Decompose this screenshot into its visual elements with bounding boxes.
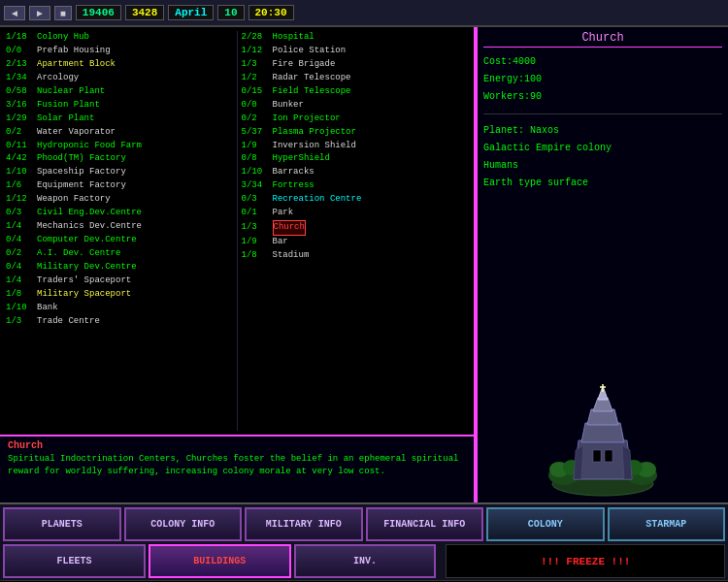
- detail-energy: Energy:100: [483, 71, 722, 88]
- list-item[interactable]: 1/29Solar Plant: [6, 113, 233, 126]
- detail-race: Humans: [483, 157, 722, 175]
- detail-surface: Earth type surface: [483, 175, 722, 192]
- detail-title: Church: [483, 31, 722, 48]
- list-item[interactable]: 0/8HyperShield: [242, 152, 469, 166]
- svg-rect-12: [593, 450, 601, 462]
- list-item[interactable]: 1/10Spaceship Factory: [6, 166, 233, 179]
- btn-buildings[interactable]: BUILDINGS: [149, 544, 291, 578]
- nav-bar: PLANETS COLONY INFO MILITARY INFO FINANC…: [0, 502, 728, 580]
- btn-next[interactable]: ►: [29, 6, 50, 20]
- list-item[interactable]: 1/9Inversion Shield: [242, 140, 469, 153]
- list-item[interactable]: 0/58Nuclear Plant: [6, 85, 233, 99]
- btn-prev[interactable]: ◄: [4, 6, 25, 20]
- list-item[interactable]: 1/18Colony Hub: [6, 31, 233, 45]
- desc-title: Church: [8, 440, 466, 451]
- church-image: [483, 363, 722, 499]
- stat-time: 20:30: [248, 5, 294, 20]
- detail-panel: Church Cost:4000 Energy:100 Workers:90 P…: [478, 27, 728, 502]
- detail-planet: Planet: Naxos: [483, 122, 722, 140]
- list-item[interactable]: 2/13Apartment Block: [6, 58, 233, 72]
- list-item[interactable]: 1/3Fire Brigade: [242, 58, 469, 72]
- detail-workers: Workers:90: [483, 88, 722, 106]
- detail-cost: Cost:4000: [483, 53, 722, 71]
- list-item[interactable]: 0/3Recreation Centre: [242, 193, 469, 207]
- nav-row-2: FLEETS BUILDINGS INV. !!! FREEZE !!!: [0, 541, 728, 578]
- list-item[interactable]: 0/4Computer Dev.Centre: [6, 234, 233, 247]
- list-item[interactable]: 0/2A.I. Dev. Centre: [6, 247, 233, 261]
- btn-financial-info[interactable]: FINANCIAL INFO: [366, 507, 484, 541]
- list-item[interactable]: 1/3Trade Centre: [6, 315, 233, 329]
- list-item[interactable]: 1/34Arcology: [6, 72, 233, 85]
- list-item[interactable]: 0/0Prefab Housing: [6, 45, 233, 58]
- stat-month: April: [168, 5, 214, 20]
- list-item[interactable]: 1/3Church: [242, 220, 469, 236]
- stat-day: 10: [217, 5, 244, 20]
- desc-text: Spiritual Indoctrination Centers, Church…: [8, 453, 466, 477]
- stat-credits: 19406: [76, 5, 121, 20]
- stat-population: 3428: [125, 5, 164, 20]
- list-item[interactable]: 2/28Hospital: [242, 31, 469, 45]
- list-item[interactable]: 0/0Bunker: [242, 99, 469, 113]
- btn-colony-info[interactable]: COLONY INFO: [124, 507, 243, 541]
- description-area: Church Spiritual Indoctrination Centers,…: [0, 435, 476, 502]
- nav-row-1: PLANETS COLONY INFO MILITARY INFO FINANC…: [0, 504, 728, 541]
- list-item[interactable]: 0/11Hydroponic Food Farm: [6, 140, 233, 153]
- list-item[interactable]: 4/42Phood(TM) Factory: [6, 152, 233, 166]
- btn-military-info[interactable]: MILITARY INFO: [245, 507, 363, 541]
- list-item[interactable]: 1/10Bank: [6, 302, 233, 315]
- list-item[interactable]: 0/15Field Telescope: [242, 85, 469, 99]
- btn-planets[interactable]: PLANETS: [3, 507, 121, 541]
- top-bar: ◄ ► ■ 19406 3428 April 10 20:30: [0, 0, 728, 27]
- list-item[interactable]: 1/12Police Station: [242, 45, 469, 58]
- list-item[interactable]: 0/1Park: [242, 207, 469, 220]
- freeze-text: !!! FREEZE !!!: [541, 552, 630, 571]
- list-item[interactable]: 1/4Traders' Spaceport: [6, 275, 233, 288]
- list-item[interactable]: 0/2Water Vaporator: [6, 126, 233, 140]
- list-item[interactable]: 3/16Fusion Plant: [6, 99, 233, 113]
- svg-marker-16: [574, 445, 583, 479]
- detail-colony-type: Galactic Empire colony: [483, 140, 722, 157]
- buildings-col2: 2/28Hospital1/12Police Station1/3Fire Br…: [238, 31, 473, 431]
- buildings-col1: 1/18Colony Hub0/0Prefab Housing2/13Apart…: [2, 31, 237, 431]
- btn-starmap[interactable]: STARMAP: [608, 507, 726, 541]
- list-item[interactable]: 0/4Military Dev.Centre: [6, 261, 233, 275]
- btn-fleets[interactable]: FLEETS: [3, 544, 146, 578]
- list-item[interactable]: 0/3Civil Eng.Dev.Centre: [6, 207, 233, 220]
- list-item[interactable]: 1/10Barracks: [242, 166, 469, 179]
- svg-rect-13: [605, 450, 612, 462]
- buildings-panel: 1/18Colony Hub0/0Prefab Housing2/13Apart…: [0, 27, 476, 435]
- btn-inv[interactable]: INV.: [294, 544, 437, 578]
- list-item[interactable]: 1/2Radar Telescope: [242, 72, 469, 85]
- list-item[interactable]: 0/2Ion Projector: [242, 113, 469, 126]
- list-item[interactable]: 1/8Military Spaceport: [6, 288, 233, 302]
- btn-stop[interactable]: ■: [54, 6, 72, 20]
- list-item[interactable]: 1/12Weapon Factory: [6, 193, 233, 207]
- list-item[interactable]: 1/8Stadium: [242, 249, 469, 263]
- btn-colony[interactable]: COLONY: [486, 507, 605, 541]
- list-item[interactable]: 5/37Plasma Projector: [242, 126, 469, 140]
- list-item[interactable]: 3/34Fortress: [242, 179, 469, 193]
- list-item[interactable]: 1/6Equipment Factory: [6, 179, 233, 193]
- list-item[interactable]: 1/4Mechanics Dev.Centre: [6, 220, 233, 234]
- svg-marker-17: [622, 445, 632, 479]
- list-item[interactable]: 1/9Bar: [242, 236, 469, 249]
- svg-marker-8: [581, 423, 624, 442]
